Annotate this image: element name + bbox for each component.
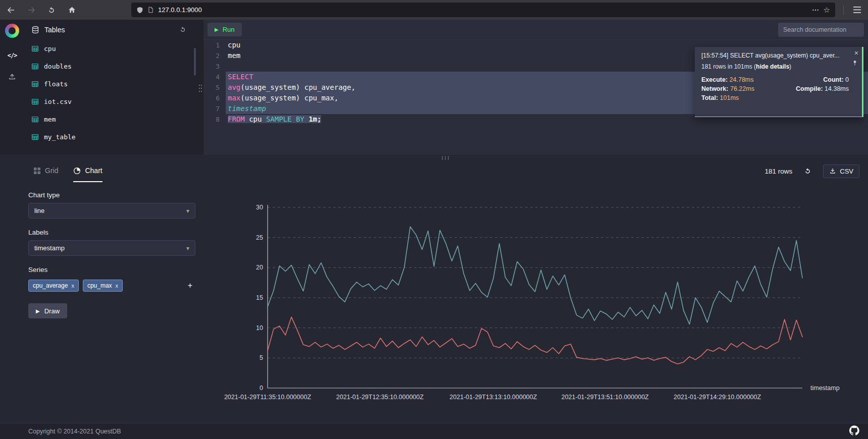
forward-button[interactable] bbox=[25, 4, 37, 16]
page-info-icon[interactable] bbox=[147, 7, 154, 13]
table-item[interactable]: iot.csv bbox=[24, 93, 197, 111]
table-item[interactable]: floats bbox=[24, 75, 197, 93]
csv-button[interactable]: CSV bbox=[823, 164, 859, 178]
search-documentation-input[interactable] bbox=[778, 23, 864, 37]
summary-suffix: ) bbox=[789, 63, 791, 70]
svg-text:2021-01-29T11:35:10.000000Z: 2021-01-29T11:35:10.000000Z bbox=[224, 394, 311, 401]
questdb-logo[interactable] bbox=[5, 24, 19, 38]
svg-text:2021-01-29T13:13:10.000000Z: 2021-01-29T13:13:10.000000Z bbox=[449, 394, 537, 401]
line-number: 1 bbox=[203, 40, 226, 50]
shield-icon[interactable] bbox=[136, 7, 143, 14]
table-item[interactable]: my_table bbox=[24, 128, 197, 146]
line-number: 3 bbox=[203, 61, 226, 72]
table-name: mem bbox=[44, 116, 56, 123]
notification-pin-button[interactable] bbox=[852, 60, 858, 68]
drag-handle-icon bbox=[198, 84, 202, 92]
tables-scrollbar[interactable] bbox=[194, 48, 196, 76]
table-name: floats bbox=[44, 80, 68, 88]
stat-compile: Compile: 14.38ms bbox=[796, 85, 849, 92]
tab-grid-label: Grid bbox=[45, 167, 58, 175]
grid-icon bbox=[33, 167, 41, 175]
chart-type-select[interactable]: line ▾ bbox=[28, 203, 195, 218]
tab-chart[interactable]: Chart bbox=[73, 160, 102, 182]
svg-text:30: 30 bbox=[256, 204, 263, 211]
series-label: Series bbox=[28, 266, 195, 273]
table-icon bbox=[31, 45, 39, 52]
table-item[interactable]: mem bbox=[24, 111, 197, 128]
refresh-icon bbox=[803, 167, 812, 176]
back-button[interactable] bbox=[5, 4, 17, 16]
row-count: 181 rows bbox=[764, 168, 792, 175]
footer: Copyright © 2014-2021 QuestDB bbox=[0, 423, 868, 439]
labels-select[interactable]: timestamp ▾ bbox=[28, 240, 195, 256]
url-text: 127.0.0.1:9000 bbox=[158, 6, 202, 14]
line-number: 8 bbox=[203, 114, 226, 125]
chip-remove-icon[interactable]: x bbox=[71, 283, 74, 289]
menu-button[interactable] bbox=[851, 4, 863, 16]
refresh-results-button[interactable] bbox=[800, 165, 815, 178]
notification-header: [15:57:54] SELECT avg(usage_system) cpu_… bbox=[701, 52, 849, 59]
bookmark-star-icon[interactable]: ☆ bbox=[824, 6, 830, 14]
database-icon bbox=[31, 26, 39, 34]
series-row: cpu_averagexcpu_maxx + bbox=[28, 278, 195, 293]
github-icon bbox=[849, 425, 859, 435]
notification-close-button[interactable]: × bbox=[854, 49, 858, 57]
draw-button[interactable]: ▶ Draw bbox=[28, 303, 67, 318]
table-icon bbox=[31, 116, 39, 123]
query-stats: Execute: 24.78ms Count: 0 Network: 76.22… bbox=[701, 76, 849, 101]
page-actions-icon[interactable] bbox=[811, 6, 820, 14]
drag-handle-icon bbox=[441, 156, 449, 160]
labels-value: timestamp bbox=[34, 244, 65, 252]
table-icon bbox=[31, 63, 39, 70]
chip-label: cpu_average bbox=[33, 282, 68, 289]
add-series-button[interactable]: + bbox=[185, 280, 195, 291]
series-chips: cpu_averagexcpu_maxx bbox=[28, 280, 185, 292]
panel-splitter-vertical[interactable] bbox=[197, 20, 203, 155]
download-icon bbox=[829, 168, 836, 175]
play-icon: ▶ bbox=[36, 308, 40, 314]
import-icon[interactable] bbox=[8, 72, 17, 83]
svg-text:2021-01-29T12:35:10.000000Z: 2021-01-29T12:35:10.000000Z bbox=[336, 394, 424, 401]
run-button[interactable]: ▶ Run bbox=[208, 23, 242, 36]
results-tabs: Grid Chart bbox=[33, 160, 103, 182]
results-controls: 181 rows CSV bbox=[764, 164, 859, 178]
upload-tray-icon bbox=[8, 72, 17, 81]
results-toolbar: Grid Chart 181 rows CSV bbox=[0, 160, 868, 182]
labels-label: Labels bbox=[28, 229, 195, 236]
summary-prefix: 181 rows in 101ms ( bbox=[701, 63, 756, 70]
series-chip[interactable]: cpu_maxx bbox=[83, 280, 123, 292]
table-item[interactable]: doubles bbox=[24, 58, 197, 75]
svg-text:10: 10 bbox=[256, 324, 263, 332]
refresh-tables-button[interactable] bbox=[176, 24, 190, 36]
panel-splitter-horizontal[interactable] bbox=[0, 155, 868, 160]
url-bar[interactable]: 127.0.0.1:9000 ☆ bbox=[131, 3, 835, 17]
back-arrow-icon bbox=[7, 6, 16, 15]
reload-button[interactable] bbox=[45, 4, 58, 16]
query-notification: [15:57:54] SELECT avg(usage_system) cpu_… bbox=[695, 47, 863, 117]
github-link[interactable] bbox=[849, 425, 859, 437]
table-item[interactable]: cpu bbox=[24, 40, 197, 58]
chevron-down-icon: ▾ bbox=[186, 245, 189, 252]
hide-details-link[interactable]: hide details bbox=[756, 63, 789, 70]
tab-grid[interactable]: Grid bbox=[33, 160, 58, 182]
table-icon bbox=[31, 133, 39, 141]
hamburger-icon bbox=[853, 7, 861, 13]
sql-console-icon[interactable]: </> bbox=[8, 52, 17, 59]
chart-canvas[interactable]: 0510152025302021-01-29T11:35:10.000000Z2… bbox=[202, 202, 863, 404]
stat-total: Total: 101ms bbox=[701, 94, 784, 101]
tables-header: Tables bbox=[24, 20, 197, 40]
svg-text:timestamp: timestamp bbox=[810, 385, 840, 392]
line-number: 7 bbox=[203, 103, 226, 114]
svg-text:15: 15 bbox=[256, 294, 263, 301]
series-chip[interactable]: cpu_averagex bbox=[28, 280, 79, 292]
chart-config: Chart type line ▾ Labels timestamp ▾ Ser… bbox=[28, 191, 195, 318]
draw-label: Draw bbox=[44, 307, 60, 315]
table-icon bbox=[31, 80, 39, 88]
chip-remove-icon[interactable]: x bbox=[116, 283, 119, 289]
toolbar-separator bbox=[843, 6, 844, 15]
home-button[interactable] bbox=[66, 4, 78, 16]
table-name: cpu bbox=[44, 45, 56, 52]
stat-count: Count: 0 bbox=[796, 76, 849, 83]
results-body: Chart type line ▾ Labels timestamp ▾ Ser… bbox=[0, 182, 868, 423]
editor-toolbar: ▶ Run bbox=[203, 20, 868, 40]
